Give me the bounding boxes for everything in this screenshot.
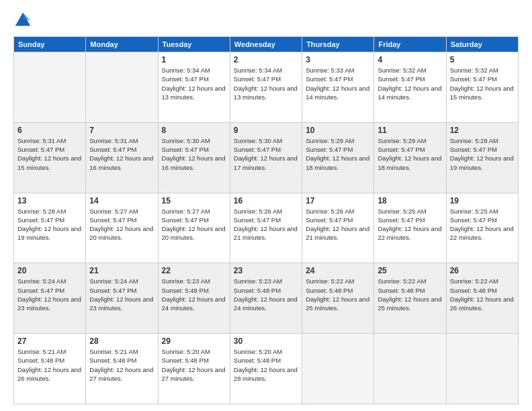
col-header-tuesday: Tuesday (158, 37, 230, 52)
day-cell: 22Sunrise: 5:23 AM Sunset: 5:48 PM Dayli… (158, 263, 230, 334)
day-number: 5 (450, 55, 515, 64)
day-cell: 30Sunrise: 5:20 AM Sunset: 5:48 PM Dayli… (230, 334, 302, 404)
day-info: Sunrise: 5:31 AM Sunset: 5:47 PM Dayligh… (17, 136, 82, 172)
day-number: 20 (17, 266, 82, 275)
day-info: Sunrise: 5:32 AM Sunset: 5:47 PM Dayligh… (378, 66, 442, 101)
day-number: 26 (450, 266, 515, 275)
day-number: 9 (234, 126, 298, 135)
day-info: Sunrise: 5:20 AM Sunset: 5:48 PM Dayligh… (234, 347, 298, 383)
day-cell (86, 52, 158, 123)
day-number: 22 (162, 266, 226, 275)
day-info: Sunrise: 5:27 AM Sunset: 5:47 PM Dayligh… (89, 207, 154, 242)
day-number: 6 (17, 126, 82, 135)
day-number: 25 (378, 266, 442, 275)
day-number: 28 (89, 336, 154, 346)
day-cell: 1Sunrise: 5:34 AM Sunset: 5:47 PM Daylig… (158, 52, 230, 123)
day-number: 27 (17, 336, 82, 346)
day-number: 15 (162, 196, 226, 205)
day-cell: 28Sunrise: 5:21 AM Sunset: 5:48 PM Dayli… (86, 334, 158, 404)
day-cell: 21Sunrise: 5:24 AM Sunset: 5:47 PM Dayli… (86, 263, 158, 334)
day-cell (302, 334, 374, 404)
day-number: 1 (162, 55, 226, 64)
day-cell: 29Sunrise: 5:20 AM Sunset: 5:48 PM Dayli… (158, 334, 230, 404)
day-info: Sunrise: 5:34 AM Sunset: 5:47 PM Dayligh… (162, 66, 226, 101)
day-number: 16 (234, 196, 298, 205)
day-info: Sunrise: 5:23 AM Sunset: 5:48 PM Dayligh… (162, 277, 226, 312)
day-info: Sunrise: 5:24 AM Sunset: 5:47 PM Dayligh… (17, 277, 82, 312)
day-info: Sunrise: 5:25 AM Sunset: 5:47 PM Dayligh… (378, 207, 442, 242)
day-info: Sunrise: 5:31 AM Sunset: 5:47 PM Dayligh… (89, 136, 154, 172)
day-number: 19 (450, 196, 515, 205)
day-cell: 13Sunrise: 5:28 AM Sunset: 5:47 PM Dayli… (14, 193, 86, 263)
day-cell: 10Sunrise: 5:29 AM Sunset: 5:47 PM Dayli… (302, 122, 374, 193)
header-row: SundayMondayTuesdayWednesdayThursdayFrid… (14, 37, 519, 52)
week-row-4: 20Sunrise: 5:24 AM Sunset: 5:47 PM Dayli… (14, 263, 519, 334)
day-cell: 23Sunrise: 5:23 AM Sunset: 5:48 PM Dayli… (230, 263, 302, 334)
day-cell: 18Sunrise: 5:25 AM Sunset: 5:47 PM Dayli… (374, 193, 446, 263)
day-number: 29 (162, 336, 226, 346)
day-info: Sunrise: 5:29 AM Sunset: 5:47 PM Dayligh… (306, 136, 370, 172)
day-info: Sunrise: 5:34 AM Sunset: 5:47 PM Dayligh… (234, 66, 298, 101)
day-info: Sunrise: 5:28 AM Sunset: 5:47 PM Dayligh… (450, 136, 515, 172)
day-info: Sunrise: 5:26 AM Sunset: 5:47 PM Dayligh… (306, 207, 370, 242)
day-cell: 19Sunrise: 5:25 AM Sunset: 5:47 PM Dayli… (446, 193, 518, 263)
day-cell: 5Sunrise: 5:32 AM Sunset: 5:47 PM Daylig… (446, 52, 518, 123)
day-cell: 26Sunrise: 5:22 AM Sunset: 5:48 PM Dayli… (446, 263, 518, 334)
day-cell: 3Sunrise: 5:33 AM Sunset: 5:47 PM Daylig… (302, 52, 374, 123)
day-cell: 9Sunrise: 5:30 AM Sunset: 5:47 PM Daylig… (230, 122, 302, 193)
day-number: 8 (162, 126, 226, 135)
svg-marker-1 (23, 13, 30, 20)
col-header-thursday: Thursday (302, 37, 374, 52)
page: SundayMondayTuesdayWednesdayThursdayFrid… (0, 0, 532, 411)
logo (13, 11, 35, 30)
day-info: Sunrise: 5:22 AM Sunset: 5:48 PM Dayligh… (378, 277, 442, 312)
day-number: 17 (306, 196, 370, 205)
day-cell: 27Sunrise: 5:21 AM Sunset: 5:48 PM Dayli… (14, 334, 86, 404)
day-info: Sunrise: 5:24 AM Sunset: 5:47 PM Dayligh… (89, 277, 154, 312)
day-info: Sunrise: 5:30 AM Sunset: 5:47 PM Dayligh… (162, 136, 226, 172)
day-info: Sunrise: 5:33 AM Sunset: 5:47 PM Dayligh… (306, 66, 370, 101)
col-header-friday: Friday (374, 37, 446, 52)
day-cell: 8Sunrise: 5:30 AM Sunset: 5:47 PM Daylig… (158, 122, 230, 193)
calendar: SundayMondayTuesdayWednesdayThursdayFrid… (13, 36, 519, 404)
day-number: 11 (378, 126, 442, 135)
col-header-wednesday: Wednesday (230, 37, 302, 52)
day-number: 30 (234, 336, 298, 346)
day-cell: 25Sunrise: 5:22 AM Sunset: 5:48 PM Dayli… (374, 263, 446, 334)
day-info: Sunrise: 5:32 AM Sunset: 5:47 PM Dayligh… (450, 66, 515, 101)
day-number: 4 (378, 55, 442, 64)
day-cell: 6Sunrise: 5:31 AM Sunset: 5:47 PM Daylig… (14, 122, 86, 193)
header (13, 11, 519, 30)
day-cell: 17Sunrise: 5:26 AM Sunset: 5:47 PM Dayli… (302, 193, 374, 263)
day-number: 7 (89, 126, 154, 135)
day-cell: 7Sunrise: 5:31 AM Sunset: 5:47 PM Daylig… (86, 122, 158, 193)
day-info: Sunrise: 5:30 AM Sunset: 5:47 PM Dayligh… (234, 136, 298, 172)
day-number: 14 (89, 196, 154, 205)
day-number: 12 (450, 126, 515, 135)
day-info: Sunrise: 5:27 AM Sunset: 5:47 PM Dayligh… (162, 207, 226, 242)
day-cell: 11Sunrise: 5:29 AM Sunset: 5:47 PM Dayli… (374, 122, 446, 193)
day-info: Sunrise: 5:28 AM Sunset: 5:47 PM Dayligh… (17, 207, 82, 242)
day-info: Sunrise: 5:26 AM Sunset: 5:47 PM Dayligh… (234, 207, 298, 242)
day-number: 2 (234, 55, 298, 64)
day-number: 3 (306, 55, 370, 64)
day-cell: 16Sunrise: 5:26 AM Sunset: 5:47 PM Dayli… (230, 193, 302, 263)
col-header-saturday: Saturday (446, 37, 518, 52)
day-cell (374, 334, 446, 404)
day-cell: 20Sunrise: 5:24 AM Sunset: 5:47 PM Dayli… (14, 263, 86, 334)
day-cell: 24Sunrise: 5:22 AM Sunset: 5:48 PM Dayli… (302, 263, 374, 334)
week-row-3: 13Sunrise: 5:28 AM Sunset: 5:47 PM Dayli… (14, 193, 519, 263)
day-cell: 14Sunrise: 5:27 AM Sunset: 5:47 PM Dayli… (86, 193, 158, 263)
day-cell (446, 334, 518, 404)
day-info: Sunrise: 5:22 AM Sunset: 5:48 PM Dayligh… (450, 277, 515, 312)
col-header-sunday: Sunday (14, 37, 86, 52)
day-info: Sunrise: 5:21 AM Sunset: 5:48 PM Dayligh… (89, 347, 154, 383)
day-number: 18 (378, 196, 442, 205)
col-header-monday: Monday (86, 37, 158, 52)
week-row-5: 27Sunrise: 5:21 AM Sunset: 5:48 PM Dayli… (14, 334, 519, 404)
day-info: Sunrise: 5:23 AM Sunset: 5:48 PM Dayligh… (234, 277, 298, 312)
day-number: 23 (234, 266, 298, 275)
day-cell: 12Sunrise: 5:28 AM Sunset: 5:47 PM Dayli… (446, 122, 518, 193)
day-info: Sunrise: 5:22 AM Sunset: 5:48 PM Dayligh… (306, 277, 370, 312)
day-cell: 2Sunrise: 5:34 AM Sunset: 5:47 PM Daylig… (230, 52, 302, 123)
